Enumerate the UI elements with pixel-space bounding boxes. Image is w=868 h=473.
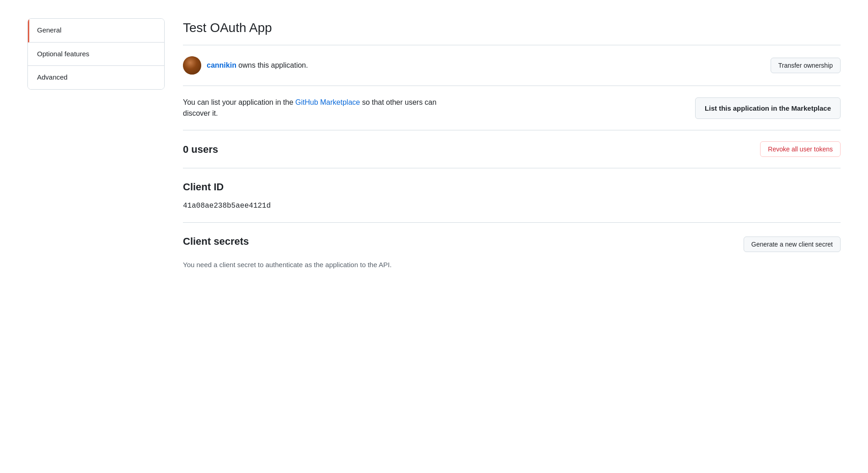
sidebar-item-general-label: General [37,26,61,34]
transfer-ownership-button[interactable]: Transfer ownership [771,58,841,73]
client-id-section: Client ID 41a08ae238b5aee4121d [183,168,841,223]
users-section: 0 users Revoke all user tokens [183,130,841,168]
client-secrets-section: Client secrets Generate a new client sec… [183,223,841,281]
list-in-marketplace-button[interactable]: List this application in the Marketplace [695,97,841,119]
sidebar: General Optional features Advanced [27,18,165,90]
client-id-value: 41a08ae238b5aee4121d [183,202,271,210]
marketplace-row: You can list your application in the Git… [183,97,841,119]
owner-info: cannikin owns this application. [183,56,308,75]
secrets-row: Client secrets Generate a new client sec… [183,234,841,254]
generate-client-secret-button[interactable]: Generate a new client secret [744,236,841,252]
avatar [183,56,201,75]
sidebar-item-optional-features-label: Optional features [37,50,89,58]
main-content: Test OAuth App cannikin owns this applic… [183,18,841,281]
users-row: 0 users Revoke all user tokens [183,141,841,157]
owner-owns-text: owns this application. [236,61,308,69]
marketplace-description: You can list your application in the Git… [183,97,457,119]
client-secrets-heading: Client secrets [183,234,249,249]
client-secrets-description: You need a client secret to authenticate… [183,260,841,270]
users-count: 0 users [183,142,218,157]
owner-section: cannikin owns this application. Transfer… [183,45,841,86]
marketplace-desc-before: You can list your application in the [183,98,295,106]
owner-link[interactable]: cannikin [207,61,236,69]
users-count-number: 0 [183,144,188,155]
sidebar-item-general[interactable]: General [28,19,164,43]
marketplace-section: You can list your application in the Git… [183,86,841,130]
page-title: Test OAuth App [183,18,841,38]
revoke-all-tokens-button[interactable]: Revoke all user tokens [760,141,841,157]
avatar-image [183,56,201,75]
sidebar-item-advanced[interactable]: Advanced [28,66,164,89]
sidebar-item-advanced-label: Advanced [37,73,68,81]
owner-text: cannikin owns this application. [207,60,308,71]
client-id-heading: Client ID [183,179,841,194]
sidebar-item-optional-features[interactable]: Optional features [28,43,164,66]
owner-row: cannikin owns this application. Transfer… [183,56,841,75]
page-container: General Optional features Advanced Test … [0,0,868,300]
users-label: users [188,144,218,155]
github-marketplace-link[interactable]: GitHub Marketplace [295,98,360,106]
